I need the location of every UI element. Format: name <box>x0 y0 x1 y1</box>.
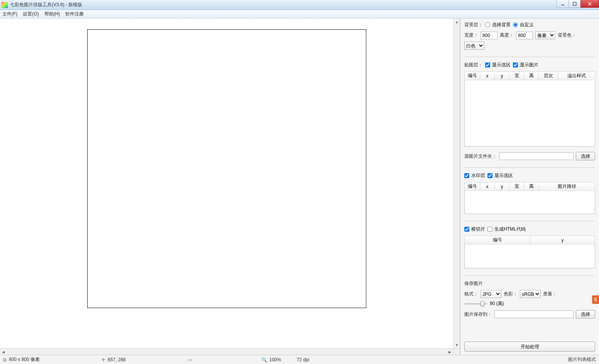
bg-size-row: 宽度： 高度： 像素 背景色： 白色 <box>464 31 595 50</box>
quality-label: 质量： <box>543 291 557 297</box>
divider <box>464 167 595 168</box>
wm-col-w[interactable]: 宽 <box>509 182 524 191</box>
chk-show-selection-input[interactable] <box>485 62 490 67</box>
chk-wm-show-selection[interactable]: 显示选区 <box>487 172 513 179</box>
radio-custom-bg[interactable]: 自定义 <box>513 22 534 28</box>
save-to-input[interactable] <box>494 310 574 318</box>
slice-table-body[interactable] <box>464 244 595 268</box>
watermark-table-body[interactable] <box>464 191 595 214</box>
quality-slider[interactable] <box>464 303 487 305</box>
wm-col-x[interactable]: x <box>480 182 495 191</box>
status-mode-text: 图片列表模式 <box>568 356 596 363</box>
source-folder-row: 源图片文件夹： 选择 <box>464 152 595 160</box>
sogou-ime-badge[interactable]: S <box>592 295 599 304</box>
col-x[interactable]: x <box>480 72 495 80</box>
chk-watermark-input[interactable] <box>464 173 469 178</box>
paste-layer-row: 贴图层： 显示选区 显示图片 <box>464 62 595 68</box>
minimize-button[interactable] <box>557 0 569 8</box>
canvas[interactable] <box>87 29 366 308</box>
title-bar: 七彩色图片排版工具(V3.8) - 新模版 <box>0 0 599 10</box>
color-select[interactable]: sRGB <box>520 290 541 298</box>
height-input[interactable] <box>516 32 533 39</box>
radio-custom-bg-input[interactable] <box>513 22 518 27</box>
chk-watermark[interactable]: 水印层 <box>464 172 485 179</box>
maximize-button[interactable] <box>569 0 581 8</box>
col-w[interactable]: 宽 <box>509 72 524 80</box>
radio-select-bg-input[interactable] <box>485 22 490 27</box>
minimize-icon <box>561 2 565 6</box>
col-y[interactable]: y <box>495 72 509 80</box>
format-label: 格式： <box>464 291 478 297</box>
app-icon <box>2 2 8 8</box>
status-size-text: 800 x 800 像素 <box>9 356 40 363</box>
divider <box>464 221 595 221</box>
menu-register[interactable]: 软件注册 <box>65 11 84 17</box>
canvas-area: ▲ ▼ ◀ ▶ <box>0 19 460 355</box>
col-overflow[interactable]: 溢出样式 <box>558 72 595 80</box>
menu-file[interactable]: 文件(F) <box>2 11 17 17</box>
slice-table-header: 编号 y <box>464 236 595 244</box>
status-size: ⧉ 800 x 800 像素 <box>3 356 40 363</box>
scroll-up-icon[interactable]: ▲ <box>453 19 460 25</box>
size-icon: ⧉ <box>3 357 7 362</box>
bgcolor-label: 背景色： <box>558 32 576 39</box>
col-layer[interactable]: 层次 <box>539 72 558 80</box>
save-format-row: 格式： JPG 色彩： sRGB 质量： 90 (高) <box>464 290 595 307</box>
slice-col-id[interactable]: 编号 <box>465 236 530 244</box>
chk-hslice[interactable]: 横切片 <box>464 226 485 233</box>
wm-col-h[interactable]: 高 <box>524 182 539 191</box>
start-button[interactable]: 开始处理 <box>464 342 595 352</box>
paste-layer-label: 贴图层： <box>464 62 483 68</box>
width-input[interactable] <box>481 32 497 39</box>
wm-col-id[interactable]: 编号 <box>465 182 480 191</box>
unit-select[interactable]: 像素 <box>535 31 555 39</box>
status-dpi: 72 dpi <box>296 357 309 362</box>
slice-col-y[interactable]: y <box>530 236 595 244</box>
vertical-scrollbar[interactable]: ▲ ▼ <box>453 19 460 348</box>
format-select[interactable]: JPG <box>481 290 501 298</box>
radio-select-bg[interactable]: 选择背景 <box>485 22 511 28</box>
menu-settings[interactable]: 设置(O) <box>23 11 39 17</box>
paste-layer-table-header: 编号 x y 宽 高 层次 溢出样式 <box>464 71 595 80</box>
scroll-down-icon[interactable]: ▼ <box>453 342 460 348</box>
quality-value: 90 (高) <box>490 300 504 307</box>
wm-col-path[interactable]: 图片路径 <box>539 182 595 191</box>
menu-bar: 文件(F) 设置(O) 帮助(H) 软件注册 <box>0 10 599 19</box>
horizontal-scrollbar[interactable]: ◀ ▶ <box>0 348 453 355</box>
save-to-browse-button[interactable]: 选择 <box>576 310 595 318</box>
scroll-left-icon[interactable]: ◀ <box>0 349 7 355</box>
chk-show-image[interactable]: 显示图片 <box>513 62 538 68</box>
chk-show-image-input[interactable] <box>513 62 518 67</box>
wm-col-y[interactable]: y <box>495 182 509 191</box>
menu-help[interactable]: 帮助(H) <box>44 11 60 17</box>
chk-html[interactable]: 生成HTML代码 <box>487 226 526 233</box>
watermark-table: 编号 x y 宽 高 图片路径 <box>464 182 595 214</box>
scroll-right-icon[interactable]: ▶ <box>447 349 453 355</box>
zoom-icon: 🔍 <box>261 357 267 362</box>
source-folder-input[interactable] <box>499 152 574 160</box>
window-controls <box>557 0 599 8</box>
quality-slider-thumb[interactable] <box>481 301 484 307</box>
chk-wm-show-selection-input[interactable] <box>487 173 492 178</box>
status-mode[interactable]: 图片列表模式 <box>568 356 596 363</box>
close-button[interactable] <box>580 0 599 8</box>
scroll-corner <box>453 348 460 355</box>
bgcolor-select[interactable]: 白色 <box>464 42 484 50</box>
paste-layer-table-body[interactable] <box>464 80 595 147</box>
chk-hslice-input[interactable] <box>464 227 469 232</box>
quality-slider-wrap: 90 (高) <box>464 300 504 307</box>
chk-wm-show-selection-label: 显示选区 <box>494 172 513 179</box>
chk-show-selection[interactable]: 显示选区 <box>485 62 511 68</box>
col-id[interactable]: 编号 <box>465 72 480 80</box>
divider <box>464 275 595 276</box>
source-folder-browse-button[interactable]: 选择 <box>576 152 595 160</box>
paste-layer-table: 编号 x y 宽 高 层次 溢出样式 <box>464 71 595 147</box>
col-h[interactable]: 高 <box>524 72 539 80</box>
bg-layer-row: 背景层： 选择背景 自定义 <box>464 22 595 28</box>
canvas-viewport[interactable] <box>0 19 453 348</box>
chk-hslice-label: 横切片 <box>471 226 485 233</box>
slice-table: 编号 y <box>464 236 595 268</box>
save-to-row: 图片保存到： 选择 <box>464 310 595 318</box>
chk-html-input[interactable] <box>487 227 492 232</box>
window-title: 七彩色图片排版工具(V3.8) - 新模版 <box>10 2 82 8</box>
